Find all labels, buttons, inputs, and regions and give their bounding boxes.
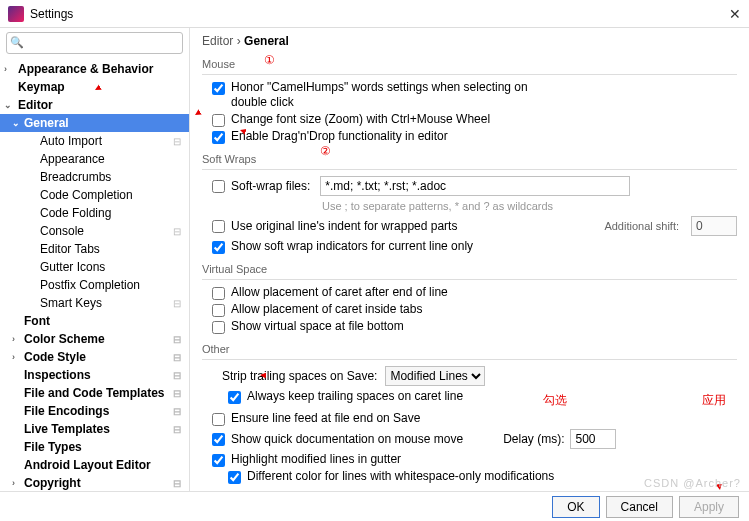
softwrap-hint: Use ; to separate patterns, * and ? as w…: [322, 200, 737, 212]
chevron-icon: ›: [4, 64, 7, 74]
honor-camelhumps-checkbox[interactable]: [212, 82, 225, 95]
quickdoc-label: Show quick documentation on mouse move: [231, 432, 463, 446]
tree-item-label: Code Completion: [40, 188, 133, 202]
strip-spaces-label: Strip trailing spaces on Save:: [222, 369, 377, 383]
tree-item-console[interactable]: Console⊟: [0, 222, 189, 240]
project-indicator-icon: ⊟: [173, 478, 185, 489]
zoom-checkbox[interactable]: [212, 114, 225, 127]
tree-item-auto-import[interactable]: Auto Import⊟: [0, 132, 189, 150]
breadcrumb-root[interactable]: Editor: [202, 34, 233, 48]
tree-item-appearance[interactable]: Appearance: [0, 150, 189, 168]
tree-item-code-style[interactable]: ›Code Style⊟: [0, 348, 189, 366]
project-indicator-icon: ⊟: [173, 226, 185, 237]
tree-item-code-completion[interactable]: Code Completion: [0, 186, 189, 204]
tree-item-file-types[interactable]: File Types: [0, 438, 189, 456]
close-icon[interactable]: ✕: [729, 6, 741, 22]
group-virtual-label: Virtual Space: [202, 263, 737, 275]
chevron-icon: ›: [12, 478, 15, 488]
tree-item-label: File Types: [24, 440, 82, 454]
breadcrumb-sep: ›: [237, 34, 241, 48]
diff-color-checkbox[interactable]: [228, 471, 241, 484]
tree-item-live-templates[interactable]: Live Templates⊟: [0, 420, 189, 438]
tree-item-label: Code Style: [24, 350, 86, 364]
orig-indent-row: Use original line's indent for wrapped p…: [212, 216, 737, 236]
tree-item-font[interactable]: Font: [0, 312, 189, 330]
window-title: Settings: [30, 7, 73, 21]
tree-item-breadcrumbs[interactable]: Breadcrumbs: [0, 168, 189, 186]
highlight-gutter-label: Highlight modified lines in gutter: [231, 452, 401, 467]
softwrap-patterns-input[interactable]: [320, 176, 630, 196]
tree-item-label: Smart Keys: [40, 296, 102, 310]
additional-shift-input[interactable]: [691, 216, 737, 236]
search-wrap: 🔍: [0, 28, 189, 58]
project-indicator-icon: ⊟: [173, 370, 185, 381]
chevron-icon: ⌄: [12, 118, 20, 128]
caret-after-eol-checkbox[interactable]: [212, 287, 225, 300]
project-indicator-icon: ⊟: [173, 352, 185, 363]
tree-item-editor-tabs[interactable]: Editor Tabs: [0, 240, 189, 258]
virtual-bottom-checkbox[interactable]: [212, 321, 225, 334]
tree-item-android-layout-editor[interactable]: Android Layout Editor: [0, 456, 189, 474]
tree-item-file-and-code-templates[interactable]: File and Code Templates⊟: [0, 384, 189, 402]
quickdoc-row: Show quick documentation on mouse move D…: [212, 429, 737, 449]
tree-item-label: Live Templates: [24, 422, 110, 436]
delay-label: Delay (ms):: [503, 432, 564, 446]
project-indicator-icon: ⊟: [173, 406, 185, 417]
tree-item-label: File Encodings: [24, 404, 109, 418]
tree-item-editor[interactable]: ⌄Editor: [0, 96, 189, 114]
zoom-row: Change font size (Zoom) with Ctrl+Mouse …: [212, 112, 737, 127]
softwrap-files-label: Soft-wrap files:: [231, 179, 310, 193]
tree-item-label: Breadcrumbs: [40, 170, 111, 184]
tree-item-label: Code Folding: [40, 206, 111, 220]
ensure-lf-label: Ensure line feed at file end on Save: [231, 411, 420, 426]
strip-spaces-row: Strip trailing spaces on Save: Modified …: [212, 366, 737, 386]
ok-button[interactable]: OK: [552, 496, 599, 518]
cancel-button[interactable]: Cancel: [606, 496, 673, 518]
tree-item-smart-keys[interactable]: Smart Keys⊟: [0, 294, 189, 312]
diff-color-label: Different color for lines with whitespac…: [247, 469, 554, 484]
divider: [202, 279, 737, 280]
group-other-label: Other: [202, 343, 737, 355]
chevron-icon: ›: [12, 334, 15, 344]
wrap-indicators-label: Show soft wrap indicators for current li…: [231, 239, 473, 254]
tree-item-general[interactable]: ⌄General: [0, 114, 189, 132]
orig-indent-checkbox[interactable]: [212, 220, 225, 233]
dnd-row: Enable Drag'n'Drop functionality in edit…: [212, 129, 737, 144]
sidebar: 🔍 ›Appearance & BehaviorKeymap⌄Editor⌄Ge…: [0, 28, 190, 492]
search-icon: 🔍: [10, 36, 24, 49]
ensure-lf-checkbox[interactable]: [212, 413, 225, 426]
project-indicator-icon: ⊟: [173, 136, 185, 147]
tree-item-gutter-icons[interactable]: Gutter Icons: [0, 258, 189, 276]
tree-item-keymap[interactable]: Keymap: [0, 78, 189, 96]
tree-item-code-folding[interactable]: Code Folding: [0, 204, 189, 222]
dialog-buttons: OK Cancel Apply: [0, 491, 749, 521]
content-panel: Editor › General Mouse Honor "CamelHumps…: [190, 28, 749, 492]
tree-item-copyright[interactable]: ›Copyright⊟: [0, 474, 189, 492]
softwrap-files-checkbox[interactable]: [212, 180, 225, 193]
chevron-icon: ⌄: [4, 100, 12, 110]
search-input[interactable]: [6, 32, 183, 54]
caret-after-eol-label: Allow placement of caret after end of li…: [231, 285, 448, 300]
tree-item-label: Color Scheme: [24, 332, 105, 346]
delay-input[interactable]: [570, 429, 616, 449]
strip-spaces-select[interactable]: Modified Lines: [385, 366, 485, 386]
honor-camelhumps-row: Honor "CamelHumps" words settings when s…: [212, 80, 737, 110]
tree-item-inspections[interactable]: Inspections⊟: [0, 366, 189, 384]
keep-caret-spaces-checkbox[interactable]: [228, 391, 241, 404]
tree-item-appearance-behavior[interactable]: ›Appearance & Behavior: [0, 60, 189, 78]
breadcrumb-leaf: General: [244, 34, 289, 48]
divider: [202, 359, 737, 360]
apply-button[interactable]: Apply: [679, 496, 739, 518]
tree-item-postfix-completion[interactable]: Postfix Completion: [0, 276, 189, 294]
tree-item-label: Gutter Icons: [40, 260, 105, 274]
caret-inside-tabs-checkbox[interactable]: [212, 304, 225, 317]
wrap-indicators-checkbox[interactable]: [212, 241, 225, 254]
tree-item-label: Appearance & Behavior: [18, 62, 153, 76]
quickdoc-checkbox[interactable]: [212, 433, 225, 446]
tree-item-label: Android Layout Editor: [24, 458, 151, 472]
caret-inside-tabs-label: Allow placement of caret inside tabs: [231, 302, 422, 317]
tree-item-color-scheme[interactable]: ›Color Scheme⊟: [0, 330, 189, 348]
tree-item-file-encodings[interactable]: File Encodings⊟: [0, 402, 189, 420]
dnd-checkbox[interactable]: [212, 131, 225, 144]
highlight-gutter-checkbox[interactable]: [212, 454, 225, 467]
